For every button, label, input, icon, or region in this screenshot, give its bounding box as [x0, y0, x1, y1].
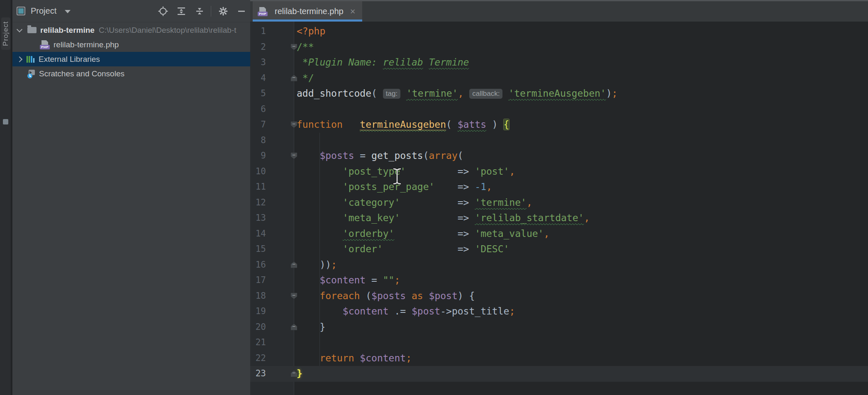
- code-text: $content = "";: [297, 273, 400, 288]
- collapse-all-icon[interactable]: [195, 6, 205, 16]
- chevron-down-icon[interactable]: [65, 10, 71, 16]
- line-number: 16: [250, 257, 266, 273]
- code-line-17: 17 $content = "";: [250, 273, 868, 288]
- fold-marker-icon[interactable]: −: [291, 262, 297, 268]
- fold-marker-icon[interactable]: −: [291, 153, 297, 159]
- line-number: 22: [250, 351, 266, 366]
- line-number: 17: [250, 273, 266, 288]
- line-number: 3: [250, 55, 266, 71]
- tree-item-relilab-termine-php[interactable]: PHPrelilab-termine.php: [12, 37, 250, 52]
- code-text: foreach ($posts as $post) {: [297, 288, 475, 304]
- left-tool-window-bar: Project: [0, 0, 12, 395]
- code-lines: 1<?php2−/**3 *Plugin Name: relilab Termi…: [250, 24, 868, 382]
- toolbar-divider: [211, 6, 211, 17]
- line-number: 15: [250, 241, 266, 257]
- code-line-22: 22 return $content;: [250, 351, 868, 366]
- code-line-1: 1<?php: [250, 24, 868, 39]
- code-line-11: 11 'posts_per_page' => -1,: [250, 179, 868, 195]
- line-number: 2: [250, 39, 266, 55]
- code-line-8: 8: [250, 133, 868, 149]
- code-line-10: 10 'post_type' => 'post',: [250, 164, 868, 180]
- line-number: 14: [250, 226, 266, 242]
- php-file-icon: PHP: [40, 40, 50, 49]
- gear-icon[interactable]: [218, 6, 228, 16]
- tree-item-label: relilab-termine.php: [54, 40, 119, 49]
- ide-window: Project Project: [0, 0, 868, 395]
- code-text: /**: [297, 39, 314, 55]
- code-line-12: 12 'category' => 'termine',: [250, 195, 868, 211]
- fold-marker-icon[interactable]: −: [291, 371, 297, 377]
- line-number: 13: [250, 210, 266, 226]
- editor-tab-relilab-termine[interactable]: PHP relilab-termine.php ×: [253, 1, 362, 22]
- tree-item-relilab-termine[interactable]: relilab-termineC:\Users\Daniel\Desktop\r…: [12, 23, 250, 37]
- line-number: 5: [250, 86, 266, 102]
- line-number: 12: [250, 195, 266, 211]
- code-line-5: 5add_shortcode( tag: 'termine', callback…: [250, 86, 868, 102]
- external-libraries-icon: [27, 56, 34, 63]
- text-cursor-pointer: [392, 168, 402, 185]
- code-line-3: 3 *Plugin Name: relilab Termine: [250, 55, 868, 71]
- code-text: 'meta_key' => 'relilab_startdate',: [297, 210, 590, 226]
- hide-panel-icon[interactable]: [237, 6, 246, 16]
- code-text: $content .= $post->post_title;: [297, 304, 515, 319]
- line-number: 18: [250, 288, 266, 304]
- code-text: }: [297, 366, 302, 382]
- project-view-icon: [17, 7, 25, 15]
- code-text: }: [297, 319, 325, 335]
- code-text: add_shortcode( tag: 'termine', callback:…: [297, 86, 617, 102]
- code-text: return $content;: [297, 351, 412, 366]
- code-text: *Plugin Name: relilab Termine: [297, 55, 469, 71]
- code-line-18: 18− foreach ($posts as $post) {: [250, 288, 868, 304]
- code-text: 'post_type' => 'post',: [297, 164, 515, 180]
- tool-window-button-project[interactable]: Project: [1, 17, 10, 50]
- code-text: 'category' => 'termine',: [297, 195, 532, 211]
- project-tree: relilab-termineC:\Users\Daniel\Desktop\r…: [12, 23, 250, 81]
- code-text: */: [297, 71, 314, 86]
- code-line-7: 7−function termineAusgeben( $atts ) {: [250, 117, 868, 133]
- tool-window-square-icon[interactable]: [3, 119, 8, 124]
- code-line-20: 20− }: [250, 319, 868, 335]
- tree-item-external-libraries[interactable]: External Libraries: [12, 52, 250, 66]
- fold-marker-icon[interactable]: −: [291, 324, 297, 330]
- php-file-icon: PHP: [258, 7, 268, 16]
- line-number: 8: [250, 133, 266, 149]
- code-editor[interactable]: 1<?php2−/**3 *Plugin Name: relilab Termi…: [250, 22, 868, 395]
- project-view-title[interactable]: Project: [31, 6, 56, 16]
- line-number: 1: [250, 24, 266, 39]
- expand-all-icon[interactable]: [176, 6, 186, 16]
- code-line-9: 9− $posts = get_posts(array(: [250, 148, 868, 164]
- editor-tab-bar: PHP relilab-termine.php ×: [250, 0, 868, 22]
- locate-file-icon[interactable]: [158, 6, 168, 16]
- code-text: function termineAusgeben( $atts ) {: [297, 117, 509, 133]
- line-number: 21: [250, 335, 266, 351]
- code-text: <?php: [297, 24, 325, 39]
- fold-marker-icon[interactable]: −: [291, 44, 297, 50]
- line-number: 19: [250, 304, 266, 319]
- line-number: 6: [250, 102, 266, 117]
- code-line-2: 2−/**: [250, 39, 868, 55]
- code-line-21: 21: [250, 335, 868, 351]
- code-line-13: 13 'meta_key' => 'relilab_startdate',: [250, 210, 868, 226]
- tab-title: relilab-termine.php: [275, 7, 344, 16]
- fold-marker-icon[interactable]: −: [291, 293, 297, 299]
- code-text: ));: [297, 257, 337, 273]
- fold-marker-icon[interactable]: −: [291, 75, 297, 81]
- project-panel-header: Project: [12, 0, 250, 22]
- tree-item-label: relilab-termine: [40, 26, 95, 35]
- line-number: 20: [250, 319, 266, 335]
- line-number: 11: [250, 179, 266, 195]
- tree-item-scratches-and-consoles[interactable]: Scratches and Consoles: [12, 66, 250, 81]
- project-tool-window: Project: [12, 0, 250, 395]
- chevron-down-icon[interactable]: [17, 26, 22, 32]
- code-line-16: 16− ));: [250, 257, 868, 273]
- code-text: 'orderby' => 'meta_value',: [297, 226, 549, 242]
- close-tab-icon[interactable]: ×: [350, 7, 356, 16]
- line-number: 10: [250, 164, 266, 180]
- chevron-right-icon[interactable]: [17, 56, 22, 62]
- code-text: $posts = get_posts(array(: [297, 148, 463, 164]
- code-line-4: 4− */: [250, 71, 868, 86]
- code-line-6: 6: [250, 102, 868, 117]
- line-number: 4: [250, 71, 266, 86]
- fold-marker-icon[interactable]: −: [291, 122, 297, 128]
- line-number: 9: [250, 148, 266, 164]
